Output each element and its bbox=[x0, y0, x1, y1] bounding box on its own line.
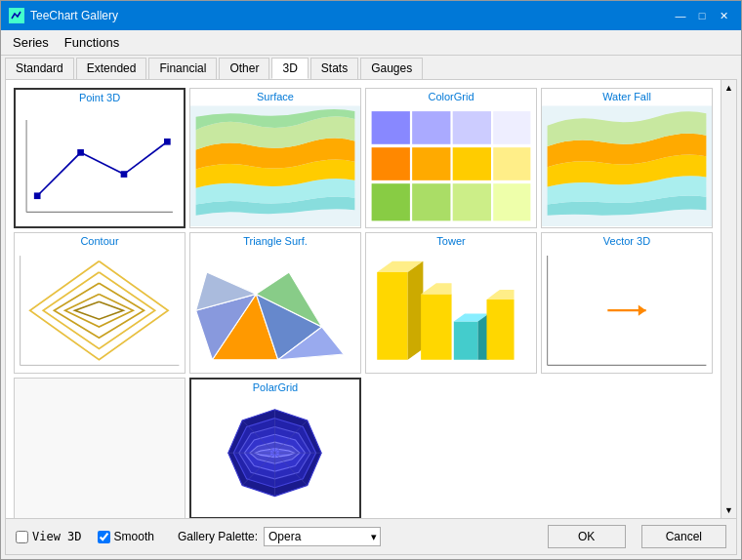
menu-bar: Series Functions bbox=[1, 30, 741, 56]
chart-polargrid-preview bbox=[191, 395, 359, 517]
palette-label: Gallery Palette: bbox=[178, 530, 258, 543]
content-area: Point 3D bbox=[5, 79, 737, 555]
svg-rect-9 bbox=[412, 111, 450, 144]
chart-colorgrid-title: ColorGrid bbox=[428, 89, 474, 104]
chart-trisurf-preview bbox=[190, 249, 360, 372]
close-button[interactable]: ✕ bbox=[714, 6, 733, 25]
svg-rect-3 bbox=[34, 192, 41, 199]
palette-group: Gallery Palette: Opera Default Classic P… bbox=[178, 527, 381, 546]
chart-contour[interactable]: Contour bbox=[14, 232, 186, 373]
chart-vector3d-preview bbox=[542, 249, 712, 372]
chart-contour-title: Contour bbox=[80, 233, 118, 249]
gallery-grid: Point 3D bbox=[6, 80, 721, 518]
palette-select-wrapper: Opera Default Classic Pastels bbox=[264, 527, 381, 546]
chart-point3d-preview bbox=[16, 105, 184, 226]
svg-rect-17 bbox=[412, 183, 450, 220]
ok-button[interactable]: OK bbox=[548, 525, 626, 548]
tab-gauges[interactable]: Gauges bbox=[360, 58, 423, 79]
tab-standard[interactable]: Standard bbox=[5, 58, 74, 79]
scroll-up-button[interactable]: ▲ bbox=[721, 80, 736, 96]
chart-tower[interactable]: Tower bbox=[365, 232, 537, 373]
svg-rect-19 bbox=[493, 183, 530, 220]
scroll-right: ▲ ▼ bbox=[721, 80, 736, 518]
smooth-checkbox[interactable] bbox=[98, 531, 110, 543]
chart-surface-title: Surface bbox=[257, 89, 294, 104]
chart-trisurf-title: Triangle Surf. bbox=[243, 233, 308, 249]
smooth-group: Smooth bbox=[98, 530, 154, 543]
chart-point3d-title: Point 3D bbox=[79, 90, 120, 105]
chart-surface[interactable]: Surface bbox=[189, 88, 361, 228]
menu-functions[interactable]: Functions bbox=[57, 32, 127, 53]
svg-rect-35 bbox=[421, 295, 451, 360]
tab-stats[interactable]: Stats bbox=[310, 58, 358, 79]
smooth-label[interactable]: Smooth bbox=[114, 530, 154, 543]
view3d-label[interactable]: View 3D bbox=[32, 530, 82, 543]
svg-rect-6 bbox=[164, 139, 171, 145]
gallery-outer: Point 3D bbox=[6, 80, 736, 518]
svg-rect-16 bbox=[372, 183, 410, 220]
svg-rect-12 bbox=[372, 147, 410, 180]
tab-extended[interactable]: Extended bbox=[76, 58, 147, 79]
tab-financial[interactable]: Financial bbox=[148, 58, 217, 79]
view3d-group: View 3D bbox=[16, 530, 82, 543]
chart-polargrid[interactable]: PolarGrid bbox=[189, 378, 361, 518]
app-icon bbox=[9, 8, 24, 23]
chart-trisurf[interactable]: Triangle Surf. bbox=[189, 232, 361, 373]
svg-rect-13 bbox=[412, 147, 450, 180]
tab-other[interactable]: Other bbox=[219, 58, 269, 79]
chart-empty-preview bbox=[15, 379, 185, 518]
chart-empty[interactable] bbox=[14, 378, 186, 518]
chart-tower-preview bbox=[366, 249, 536, 372]
svg-rect-38 bbox=[454, 322, 478, 360]
svg-rect-10 bbox=[453, 111, 491, 144]
tab-3d[interactable]: 3D bbox=[271, 58, 308, 79]
cancel-button[interactable]: Cancel bbox=[641, 525, 726, 548]
chart-contour-preview bbox=[15, 249, 185, 372]
tab-bar: Standard Extended Financial Other 3D Sta… bbox=[1, 56, 741, 79]
svg-rect-21 bbox=[15, 251, 185, 371]
svg-rect-11 bbox=[493, 111, 530, 144]
chart-colorgrid-preview bbox=[366, 104, 536, 227]
svg-rect-18 bbox=[453, 183, 491, 220]
title-bar: TeeChart Gallery — □ ✕ bbox=[1, 1, 741, 30]
chart-waterfall-preview bbox=[542, 104, 712, 227]
svg-rect-14 bbox=[453, 147, 491, 180]
palette-select[interactable]: Opera Default Classic Pastels bbox=[264, 527, 381, 546]
svg-rect-4 bbox=[77, 149, 84, 156]
svg-rect-41 bbox=[486, 300, 514, 360]
chart-tower-title: Tower bbox=[436, 233, 465, 249]
svg-rect-8 bbox=[372, 111, 410, 144]
chart-polargrid-title: PolarGrid bbox=[253, 380, 298, 395]
svg-rect-5 bbox=[121, 171, 128, 178]
chart-surface-preview bbox=[190, 104, 360, 227]
chart-point3d[interactable]: Point 3D bbox=[14, 88, 186, 228]
chart-colorgrid[interactable]: ColorGrid bbox=[365, 88, 537, 228]
view3d-checkbox[interactable] bbox=[16, 531, 28, 543]
svg-rect-32 bbox=[377, 272, 407, 360]
window-title: TeeChart Gallery bbox=[30, 9, 669, 22]
svg-marker-34 bbox=[408, 261, 424, 360]
scroll-down-button[interactable]: ▼ bbox=[721, 502, 736, 518]
chart-vector3d-title: Vector 3D bbox=[603, 233, 650, 249]
chart-waterfall[interactable]: Water Fall bbox=[541, 88, 713, 228]
maximize-button[interactable]: □ bbox=[692, 6, 712, 25]
svg-rect-15 bbox=[493, 147, 530, 180]
chart-waterfall-title: Water Fall bbox=[602, 89, 651, 104]
menu-series[interactable]: Series bbox=[5, 32, 57, 53]
chart-vector3d[interactable]: Vector 3D bbox=[541, 232, 713, 373]
minimize-button[interactable]: — bbox=[671, 6, 690, 25]
main-window: TeeChart Gallery — □ ✕ Series Functions … bbox=[0, 0, 742, 560]
bottom-strip: View 3D Smooth Gallery Palette: Opera De… bbox=[6, 518, 736, 554]
